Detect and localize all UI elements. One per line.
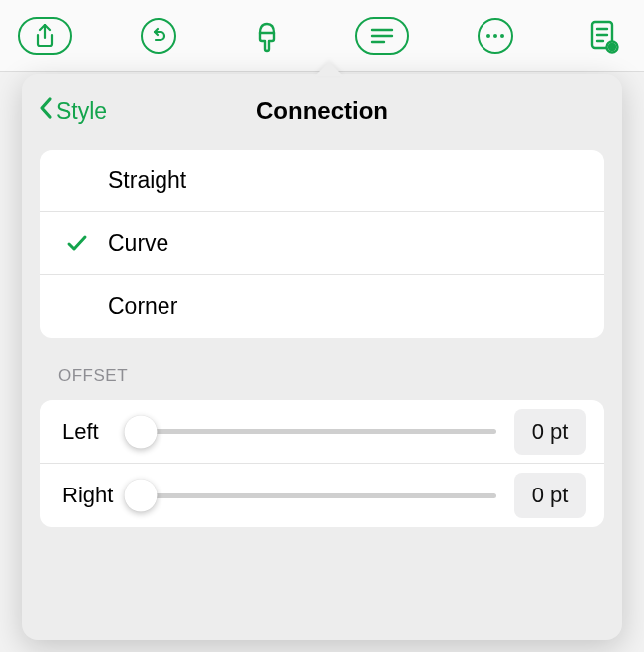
offset-label: Right xyxy=(62,483,130,508)
more-icon xyxy=(478,18,513,54)
connection-option-curve[interactable]: Curve xyxy=(40,212,604,275)
share-icon xyxy=(18,17,72,55)
popover-title: Connection xyxy=(256,97,388,125)
connection-option-straight[interactable]: Straight xyxy=(40,150,604,212)
text-button[interactable] xyxy=(355,16,409,56)
chevron-left-icon xyxy=(38,95,54,125)
option-label: Curve xyxy=(108,230,168,257)
svg-point-4 xyxy=(493,34,497,38)
connection-options-list: Straight Curve Corner xyxy=(40,150,604,338)
svg-point-3 xyxy=(486,34,490,38)
offset-row-right: Right 0 pt xyxy=(40,464,604,527)
slider-thumb[interactable] xyxy=(125,480,158,512)
back-button[interactable]: Style xyxy=(38,96,107,126)
presenter-notes-button[interactable] xyxy=(582,14,626,58)
presenter-notes-icon xyxy=(587,18,621,54)
offset-row-left: Left 0 pt xyxy=(40,400,604,464)
option-label: Straight xyxy=(108,167,186,194)
format-popover: Style Connection Straight Curve Corner xyxy=(22,74,622,640)
slider-track xyxy=(130,493,496,498)
format-button[interactable] xyxy=(245,14,289,58)
slider-thumb[interactable] xyxy=(125,415,158,448)
offset-left-slider[interactable] xyxy=(130,415,496,449)
text-lines-icon xyxy=(355,17,409,55)
back-label: Style xyxy=(56,98,107,125)
popover-header: Style Connection xyxy=(22,86,622,136)
undo-icon xyxy=(141,18,176,54)
svg-point-12 xyxy=(611,45,613,47)
svg-point-5 xyxy=(500,34,504,38)
connection-option-corner[interactable]: Corner xyxy=(40,275,604,338)
slider-track xyxy=(130,429,496,434)
offset-left-value[interactable]: 0 pt xyxy=(514,409,586,455)
offset-right-slider[interactable] xyxy=(130,479,496,512)
popover-arrow xyxy=(315,62,343,76)
offset-right-value[interactable]: 0 pt xyxy=(514,473,586,518)
offset-card: Left 0 pt Right 0 pt xyxy=(40,400,604,527)
option-label: Corner xyxy=(108,293,177,320)
share-button[interactable] xyxy=(18,16,72,56)
offset-section-title: OFFSET xyxy=(58,366,586,386)
undo-button[interactable] xyxy=(137,14,180,58)
offset-label: Left xyxy=(62,419,130,445)
more-button[interactable] xyxy=(474,14,517,58)
format-brush-icon xyxy=(249,18,285,54)
checkmark-icon xyxy=(66,233,108,253)
